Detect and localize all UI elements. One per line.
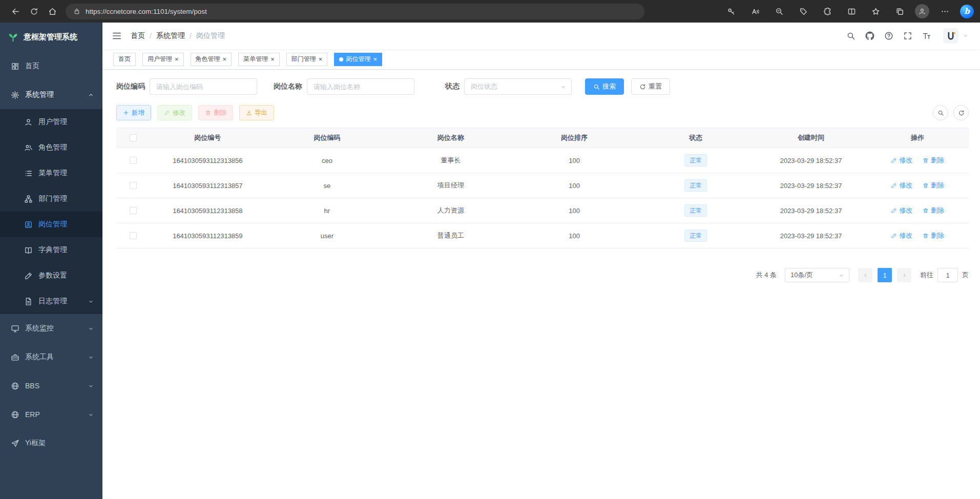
breadcrumb-item[interactable]: 首页: [131, 31, 145, 40]
site-info-lock-icon[interactable]: [73, 8, 80, 15]
menu-icon: [24, 246, 33, 255]
github-icon[interactable]: [865, 31, 874, 40]
refresh-table-button[interactable]: [953, 105, 969, 120]
browser-menu-button[interactable]: [936, 3, 953, 19]
menu-icon: [24, 169, 33, 178]
add-button-label: 新增: [132, 109, 144, 117]
delete-row-button[interactable]: 删除: [923, 206, 944, 215]
sidebar-item-menu-management[interactable]: 菜单管理: [0, 160, 102, 186]
sidebar-item-bbs[interactable]: BBS: [0, 371, 102, 400]
browser-home-button[interactable]: [43, 3, 61, 19]
sidebar-item-erp[interactable]: ERP: [0, 400, 102, 429]
post-name-input[interactable]: [307, 78, 414, 95]
status-select[interactable]: 岗位状态: [464, 78, 572, 95]
tab[interactable]: 角色管理 ×: [191, 53, 232, 66]
delete-row-button[interactable]: 删除: [923, 156, 944, 165]
sidebar-item-post-management[interactable]: 岗位管理: [0, 212, 102, 237]
trash-icon: [923, 157, 929, 163]
delete-row-button[interactable]: 删除: [923, 231, 944, 240]
delete-row-label: 删除: [931, 181, 944, 190]
menu-label: 用户管理: [38, 117, 67, 127]
page-number-1[interactable]: 1: [878, 268, 892, 282]
tab-close-icon[interactable]: ×: [223, 56, 227, 63]
delete-button[interactable]: 删除: [198, 105, 233, 120]
edit-row-button[interactable]: 修改: [891, 181, 912, 190]
sidebar-toggle-icon[interactable]: [112, 31, 122, 41]
browser-profile-avatar[interactable]: [915, 4, 929, 18]
tab[interactable]: 菜单管理 ×: [238, 53, 280, 66]
reset-button[interactable]: 重置: [631, 78, 670, 95]
browser-refresh-button[interactable]: [25, 3, 43, 19]
status-label: 状态: [431, 82, 460, 91]
cell-created-time: 2023-03-29 18:52:37: [756, 182, 866, 190]
select-all-checkbox[interactable]: [130, 134, 137, 141]
post-name-label: 岗位名称: [274, 82, 302, 91]
app-title: 意框架管理系统: [24, 32, 77, 42]
sidebar-item-dict-management[interactable]: 字典管理: [0, 237, 102, 263]
sidebar-item-yi-framework[interactable]: Yi框架: [0, 429, 102, 458]
prev-page-button[interactable]: [858, 268, 872, 282]
tab-close-icon[interactable]: ×: [319, 56, 323, 63]
edit-row-button[interactable]: 修改: [891, 231, 912, 240]
tab-close-icon[interactable]: ×: [270, 56, 275, 63]
breadcrumb-item[interactable]: 系统管理: [156, 31, 185, 40]
search-button[interactable]: 搜索: [585, 78, 624, 95]
sidebar-item-home[interactable]: 首页: [0, 52, 102, 80]
tab-close-icon[interactable]: ×: [373, 56, 377, 63]
tab[interactable]: 用户管理 ×: [142, 53, 184, 66]
password-key-button[interactable]: [722, 3, 740, 19]
row-checkbox[interactable]: [130, 232, 137, 239]
tab[interactable]: 部门管理 ×: [286, 53, 328, 66]
header-search-icon[interactable]: [846, 31, 856, 40]
export-button-label: 导出: [255, 109, 267, 117]
fullscreen-icon[interactable]: [903, 31, 912, 40]
row-checkbox[interactable]: [130, 182, 137, 189]
cell-operations: 修改 删除: [866, 156, 969, 165]
favorites-button[interactable]: [867, 3, 884, 19]
sidebar-item-user-management[interactable]: 用户管理: [0, 109, 102, 135]
edit-icon: [891, 233, 897, 239]
row-checkbox-cell: [116, 182, 150, 189]
menu-icon: [24, 272, 33, 280]
help-icon[interactable]: [884, 31, 893, 40]
row-checkbox[interactable]: [130, 157, 137, 164]
browser-address-bar[interactable]: https://ccnetcore.com:1101/system/post: [66, 4, 644, 19]
chevron-down-icon: [838, 272, 845, 279]
zoom-button[interactable]: [770, 3, 788, 19]
export-button[interactable]: 导出: [239, 105, 274, 120]
sidebar-item-system-tools[interactable]: 系统工具: [0, 343, 102, 371]
tab[interactable]: 岗位管理 ×: [334, 53, 382, 66]
user-menu[interactable]: [943, 28, 969, 44]
sidebar-menu: 首页 系统管理 用户管理 角色管理 菜单管理 部门管理 岗位管理 字典管理 参数…: [0, 52, 102, 458]
chevron-icon: [88, 325, 94, 332]
sidebar-item-role-management[interactable]: 角色管理: [0, 135, 102, 160]
toggle-search-button[interactable]: [933, 105, 948, 120]
goto-page-input[interactable]: [937, 268, 958, 282]
tab[interactable]: 首页: [113, 53, 136, 66]
sidebar-item-param-settings[interactable]: 参数设置: [0, 263, 102, 288]
page-size-select[interactable]: 10条/页: [785, 268, 849, 282]
table-header: 岗位编号岗位编码岗位名称岗位排序状态创建时间操作: [116, 128, 969, 148]
font-size-icon[interactable]: [922, 31, 931, 40]
shopping-tag-button[interactable]: [795, 3, 812, 19]
edit-row-button[interactable]: 修改: [891, 206, 912, 215]
post-code-input[interactable]: [150, 78, 257, 95]
edit-button[interactable]: 修改: [157, 105, 192, 120]
sidebar-item-log-management[interactable]: 日志管理: [0, 288, 102, 314]
read-aloud-button[interactable]: [746, 3, 764, 19]
sidebar-item-system-management[interactable]: 系统管理: [0, 80, 102, 109]
copilot-icon[interactable]: b: [960, 5, 974, 18]
add-button[interactable]: 新增: [116, 105, 151, 120]
sidebar-item-dept-management[interactable]: 部门管理: [0, 186, 102, 212]
tab-close-icon[interactable]: ×: [175, 56, 179, 63]
next-page-button[interactable]: [897, 268, 911, 282]
delete-row-button[interactable]: 删除: [923, 181, 944, 190]
collections-button[interactable]: [891, 3, 908, 19]
edit-row-button[interactable]: 修改: [891, 156, 912, 165]
sidebar-item-system-monitor[interactable]: 系统监控: [0, 314, 102, 343]
split-screen-button[interactable]: [843, 3, 860, 19]
row-checkbox[interactable]: [130, 207, 137, 214]
extensions-button[interactable]: [819, 3, 836, 19]
leaf-logo-icon: [8, 32, 18, 43]
browser-back-button[interactable]: [6, 3, 25, 19]
